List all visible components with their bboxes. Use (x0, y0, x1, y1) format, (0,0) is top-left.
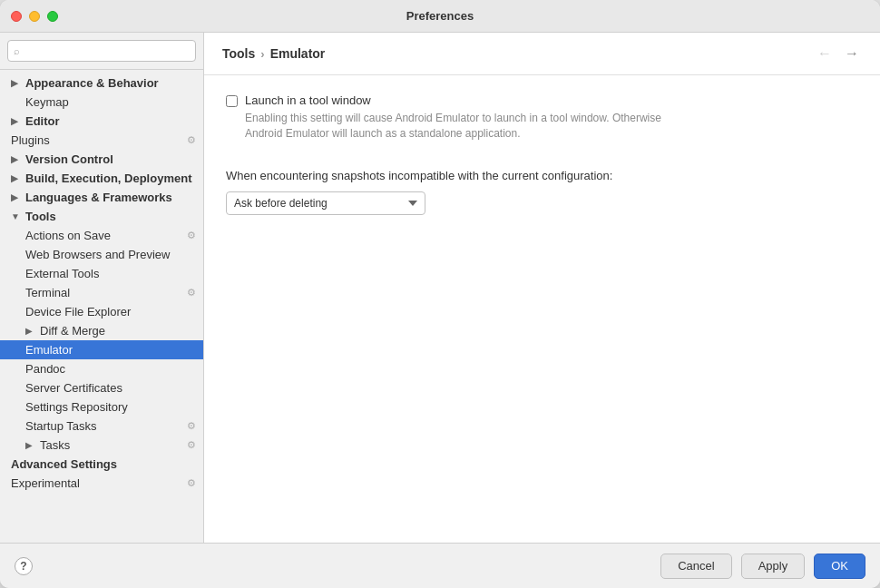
sidebar-item-label: Appearance & Behavior (25, 76, 159, 90)
sidebar-item-startup-tasks[interactable]: Startup Tasks ⚙ (0, 416, 203, 436)
launch-in-tool-window-label[interactable]: Launch in a tool window (245, 93, 371, 107)
sidebar-item-experimental[interactable]: Experimental ⚙ (0, 474, 203, 493)
sidebar-item-version-control[interactable]: ▶ Version Control (0, 150, 203, 169)
sidebar-item-label: Pandoc (25, 362, 65, 376)
sidebar-item-label: Keymap (25, 95, 69, 109)
sidebar-item-label: External Tools (25, 267, 99, 280)
checkbox-text-block: Launch in a tool window Enabling this se… (245, 93, 680, 142)
close-button[interactable] (11, 11, 22, 22)
maximize-button[interactable] (47, 11, 58, 22)
cancel-button[interactable]: Cancel (660, 554, 731, 579)
launch-in-tool-window-description: Enabling this setting will cause Android… (245, 111, 680, 142)
breadcrumb-parent: Tools (222, 46, 255, 61)
sidebar-item-label: Build, Execution, Deployment (25, 172, 191, 185)
sidebar-item-label: Emulator (25, 343, 73, 357)
arrow-icon: ▶ (11, 78, 22, 88)
sidebar-item-label: Web Browsers and Preview (25, 248, 170, 261)
content-header: Tools › Emulator ← → (204, 33, 880, 75)
gear-icon: ⚙ (187, 477, 196, 489)
sidebar-item-settings-repository[interactable]: Settings Repository (0, 397, 203, 416)
nav-buttons: ← → (815, 44, 862, 64)
gear-icon: ⚙ (187, 134, 196, 146)
footer: ? Cancel Apply OK (0, 543, 880, 588)
sidebar-item-keymap[interactable]: Keymap (0, 93, 203, 112)
footer-left: ? (15, 557, 33, 575)
titlebar: Preferences (0, 0, 880, 33)
minimize-button[interactable] (29, 11, 40, 22)
content-area: Tools › Emulator ← → Launch in a tool wi… (204, 33, 880, 543)
arrow-icon: ▶ (11, 154, 22, 164)
main-content: ⌕ ▶ Appearance & Behavior Keymap ▶ Edito… (0, 33, 880, 543)
sidebar-item-tasks[interactable]: ▶ Tasks ⚙ (0, 436, 203, 455)
arrow-icon: ▶ (25, 440, 36, 450)
sidebar-item-editor[interactable]: ▶ Editor (0, 112, 203, 131)
sidebar-item-tools[interactable]: ▼ Tools (0, 207, 203, 226)
sidebar-items: ▶ Appearance & Behavior Keymap ▶ Editor … (0, 70, 203, 543)
sidebar-item-appearance-behavior[interactable]: ▶ Appearance & Behavior (0, 74, 203, 93)
search-box: ⌕ (0, 33, 203, 70)
preferences-window: Preferences ⌕ ▶ Appearance & Behavior Ke… (0, 0, 880, 588)
snapshot-dropdown[interactable]: Ask before deleting Delete automatically… (226, 191, 425, 215)
snapshot-dropdown-row: Ask before deleting Delete automatically… (226, 191, 858, 215)
sidebar-item-label: Device File Explorer (25, 305, 131, 318)
snapshot-section-label: When encountering snapshots incompatible… (226, 169, 858, 182)
sidebar-item-label: Version Control (25, 152, 113, 166)
sidebar-item-advanced-settings[interactable]: Advanced Settings (0, 455, 203, 474)
arrow-icon: ▶ (11, 116, 22, 126)
sidebar-item-label: Server Certificates (25, 381, 122, 395)
arrow-down-icon: ▼ (11, 211, 22, 221)
gear-icon: ⚙ (187, 439, 196, 451)
sidebar: ⌕ ▶ Appearance & Behavior Keymap ▶ Edito… (0, 33, 204, 543)
sidebar-item-label: Advanced Settings (11, 457, 117, 471)
gear-icon: ⚙ (187, 287, 196, 299)
forward-button[interactable]: → (842, 44, 862, 64)
breadcrumb-separator: › (260, 47, 264, 61)
sidebar-item-actions-on-save[interactable]: Actions on Save ⚙ (0, 226, 203, 245)
sidebar-item-label: Settings Repository (25, 400, 128, 414)
help-icon: ? (20, 560, 26, 573)
sidebar-item-terminal[interactable]: Terminal ⚙ (0, 283, 203, 302)
sidebar-item-languages-frameworks[interactable]: ▶ Languages & Frameworks (0, 188, 203, 207)
sidebar-item-label: Startup Tasks (25, 419, 97, 433)
back-button[interactable]: ← (815, 44, 835, 64)
sidebar-item-device-file-explorer[interactable]: Device File Explorer (0, 302, 203, 321)
sidebar-item-plugins[interactable]: Plugins ⚙ (0, 131, 203, 150)
arrow-icon: ▶ (11, 173, 22, 183)
search-wrapper: ⌕ (7, 40, 196, 62)
sidebar-item-pandoc[interactable]: Pandoc (0, 359, 203, 378)
sidebar-item-label: Languages & Frameworks (25, 191, 172, 204)
sidebar-item-diff-merge[interactable]: ▶ Diff & Merge (0, 321, 203, 340)
launch-tool-window-row: Launch in a tool window Enabling this se… (226, 93, 858, 142)
sidebar-item-label: Editor (25, 114, 60, 128)
footer-buttons: Cancel Apply OK (660, 554, 865, 579)
sidebar-item-label: Tools (25, 210, 56, 223)
search-input[interactable] (7, 40, 196, 62)
sidebar-item-external-tools[interactable]: External Tools (0, 264, 203, 283)
sidebar-item-label: Actions on Save (25, 229, 111, 242)
content-body: Launch in a tool window Enabling this se… (204, 75, 880, 543)
sidebar-item-label: Diff & Merge (40, 324, 105, 338)
help-button[interactable]: ? (15, 557, 33, 575)
ok-button[interactable]: OK (814, 554, 865, 579)
sidebar-item-web-browsers-preview[interactable]: Web Browsers and Preview (0, 245, 203, 264)
breadcrumb: Tools › Emulator (222, 46, 325, 61)
gear-icon: ⚙ (187, 420, 196, 432)
window-title: Preferences (406, 9, 474, 23)
breadcrumb-current: Emulator (270, 46, 326, 61)
apply-button[interactable]: Apply (741, 554, 806, 579)
arrow-icon: ▶ (25, 326, 36, 336)
sidebar-item-label: Tasks (40, 438, 70, 452)
traffic-lights (11, 11, 58, 22)
sidebar-item-label: Terminal (25, 286, 70, 299)
sidebar-item-label: Plugins (11, 133, 50, 147)
sidebar-item-build-execution-deployment[interactable]: ▶ Build, Execution, Deployment (0, 169, 203, 188)
sidebar-item-server-certificates[interactable]: Server Certificates (0, 378, 203, 397)
sidebar-item-emulator[interactable]: Emulator (0, 340, 203, 359)
sidebar-item-label: Experimental (11, 476, 80, 490)
arrow-icon: ▶ (11, 192, 22, 202)
launch-in-tool-window-checkbox[interactable] (226, 95, 238, 107)
gear-icon: ⚙ (187, 230, 196, 241)
